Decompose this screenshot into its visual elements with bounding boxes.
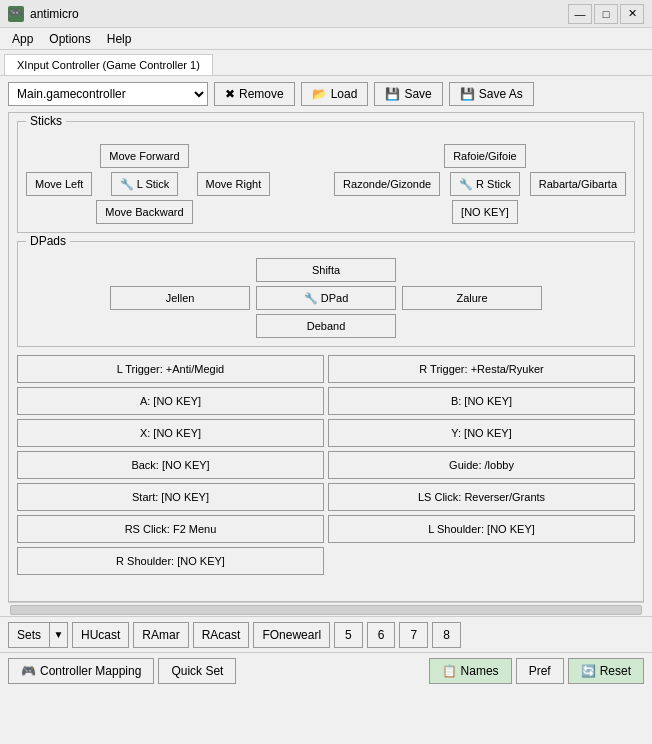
horizontal-scrollbar[interactable] [8, 602, 644, 616]
l-stick-button[interactable]: 🔧 L Stick [111, 172, 179, 196]
pref-button[interactable]: Pref [516, 658, 564, 684]
title-bar-left: 🎮 antimicro [8, 6, 79, 22]
title-bar: 🎮 antimicro — □ ✕ [0, 0, 652, 28]
b-button[interactable]: B: [NO KEY] [328, 387, 635, 415]
window-title: antimicro [30, 7, 79, 21]
remove-icon: ✖ [225, 87, 235, 101]
names-button[interactable]: 📋 Names [429, 658, 512, 684]
sticks-area: Move Forward Move Left 🔧 L Stick Move Ri… [26, 130, 626, 224]
ls-click-button[interactable]: LS Click: Reverser/Grants [328, 483, 635, 511]
r-stick-down-button[interactable]: [NO KEY] [452, 200, 518, 224]
deband-button[interactable]: Deband [256, 314, 396, 338]
sets-group: Sets ▼ [8, 622, 68, 648]
right-stick-grid: Rafoie/Gifoie Razonde/Gizonde 🔧 R Stick … [334, 138, 626, 224]
sets-button[interactable]: Sets [8, 622, 50, 648]
tab-bar: XInput Controller (Game Controller 1) [0, 50, 652, 76]
bottom-right-actions: 📋 Names Pref 🔄 Reset [429, 658, 644, 684]
rabarta-button[interactable]: Rabarta/Gibarta [530, 172, 626, 196]
fonewearl-tab[interactable]: FOnewearl [253, 622, 330, 648]
r-stick-button[interactable]: 🔧 R Stick [450, 172, 520, 196]
dpads-section: DPads Shifta Jellen 🔧 DPad Zalure Deband [17, 241, 635, 347]
dpad-center-button[interactable]: 🔧 DPad [256, 286, 396, 310]
move-right-button[interactable]: Move Right [197, 172, 271, 196]
controller-mapping-icon: 🎮 [21, 664, 36, 678]
close-button[interactable]: ✕ [620, 4, 644, 24]
save-icon: 💾 [385, 87, 400, 101]
dpads-area: Shifta Jellen 🔧 DPad Zalure Deband [26, 250, 626, 338]
dpad-row-top: Shifta [256, 258, 396, 282]
buttons-grid: L Trigger: +Anti/Megid R Trigger: +Resta… [17, 355, 635, 575]
save-button[interactable]: 💾 Save [374, 82, 442, 106]
shifta-button[interactable]: Shifta [256, 258, 396, 282]
minimize-button[interactable]: — [568, 4, 592, 24]
r-shoulder-button[interactable]: R Shoulder: [NO KEY] [17, 547, 324, 575]
dpads-label: DPads [26, 234, 70, 248]
move-backward-button[interactable]: Move Backward [96, 200, 192, 224]
quick-set-button[interactable]: Quick Set [158, 658, 236, 684]
bottom-actions: 🎮 Controller Mapping Quick Set 📋 Names P… [0, 652, 652, 688]
y-button[interactable]: Y: [NO KEY] [328, 419, 635, 447]
razonde-button[interactable]: Razonde/Gizonde [334, 172, 440, 196]
a-button[interactable]: A: [NO KEY] [17, 387, 324, 415]
controller-mapping-button[interactable]: 🎮 Controller Mapping [8, 658, 154, 684]
main-scroll-area[interactable]: Sticks Move Forward Move Left 🔧 L Stick … [8, 112, 644, 602]
remove-button[interactable]: ✖ Remove [214, 82, 295, 106]
bottom-tabs: Sets ▼ HUcast RAmar RAcast FOnewearl 5 6… [0, 616, 652, 652]
menu-app[interactable]: App [4, 30, 41, 47]
jellen-button[interactable]: Jellen [110, 286, 250, 310]
guide-button[interactable]: Guide: /lobby [328, 451, 635, 479]
racast-tab[interactable]: RAcast [193, 622, 250, 648]
load-icon: 📂 [312, 87, 327, 101]
app-icon: 🎮 [8, 6, 24, 22]
menu-bar: App Options Help [0, 28, 652, 50]
save-as-button[interactable]: 💾 Save As [449, 82, 534, 106]
reset-button[interactable]: 🔄 Reset [568, 658, 644, 684]
move-forward-button[interactable]: Move Forward [100, 144, 188, 168]
left-stick-grid: Move Forward Move Left 🔧 L Stick Move Ri… [26, 138, 270, 224]
sets-dropdown-button[interactable]: ▼ [50, 622, 68, 648]
buttons-section: L Trigger: +Anti/Megid R Trigger: +Resta… [17, 355, 635, 575]
maximize-button[interactable]: □ [594, 4, 618, 24]
rs-click-button[interactable]: RS Click: F2 Menu [17, 515, 324, 543]
tab-6[interactable]: 6 [367, 622, 396, 648]
menu-help[interactable]: Help [99, 30, 140, 47]
window-controls: — □ ✕ [568, 4, 644, 24]
l-trigger-button[interactable]: L Trigger: +Anti/Megid [17, 355, 324, 383]
start-button[interactable]: Start: [NO KEY] [17, 483, 324, 511]
toolbar: Main.gamecontroller ✖ Remove 📂 Load 💾 Sa… [0, 76, 652, 112]
dpad-row-middle: Jellen 🔧 DPad Zalure [110, 286, 542, 310]
back-button[interactable]: Back: [NO KEY] [17, 451, 324, 479]
dpad-row-bottom: Deband [256, 314, 396, 338]
l-shoulder-button[interactable]: L Shoulder: [NO KEY] [328, 515, 635, 543]
controller-tab[interactable]: XInput Controller (Game Controller 1) [4, 54, 213, 75]
load-button[interactable]: 📂 Load [301, 82, 369, 106]
profile-select[interactable]: Main.gamecontroller [8, 82, 208, 106]
zalure-button[interactable]: Zalure [402, 286, 542, 310]
rafoie-button[interactable]: Rafoie/Gifoie [444, 144, 526, 168]
hscroll-thumb [10, 605, 642, 615]
names-icon: 📋 [442, 664, 457, 678]
x-button[interactable]: X: [NO KEY] [17, 419, 324, 447]
tab-7[interactable]: 7 [399, 622, 428, 648]
hucast-tab[interactable]: HUcast [72, 622, 129, 648]
tab-8[interactable]: 8 [432, 622, 461, 648]
reset-icon: 🔄 [581, 664, 596, 678]
ramar-tab[interactable]: RAmar [133, 622, 188, 648]
move-left-button[interactable]: Move Left [26, 172, 92, 196]
save-as-icon: 💾 [460, 87, 475, 101]
bottom-left-actions: 🎮 Controller Mapping Quick Set [8, 658, 236, 684]
tab-5[interactable]: 5 [334, 622, 363, 648]
sticks-section: Sticks Move Forward Move Left 🔧 L Stick … [17, 121, 635, 233]
sticks-label: Sticks [26, 114, 66, 128]
menu-options[interactable]: Options [41, 30, 98, 47]
r-trigger-button[interactable]: R Trigger: +Resta/Ryuker [328, 355, 635, 383]
